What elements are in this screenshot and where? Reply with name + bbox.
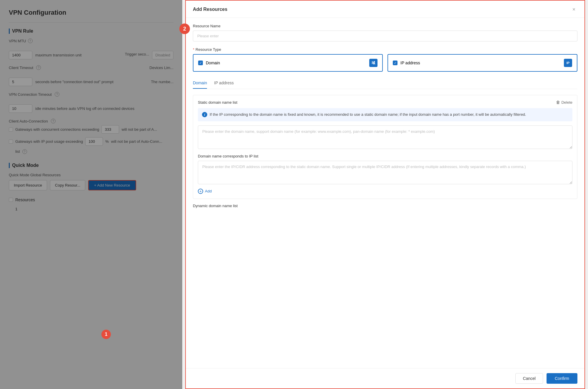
add-link[interactable]: + Add [198,189,572,194]
ip-checkbox[interactable]: ✓ [393,61,397,65]
cancel-button[interactable]: Cancel [515,373,543,384]
modal: Add Resources × Resource Name * Resource… [185,0,585,389]
domain-type-card[interactable]: ✓ Domain 域 [193,54,383,72]
delete-button[interactable]: 🗑 Delete [556,100,572,105]
modal-footer: Cancel Confirm [186,368,584,388]
step-1-badge: 1 [101,330,111,339]
ip-type-left: ✓ IP address [393,61,420,65]
modal-title: Add Resources [193,7,227,12]
tabs-row: Domain IP address [193,78,577,89]
modal-body: Resource Name * Resource Type ✓ Domain 域 [186,18,584,368]
static-domain-header: Static domain name list 🗑 Delete [198,100,572,105]
domain-type-icon: 域 [369,59,377,67]
ip-input[interactable] [198,161,572,184]
resource-name-input[interactable] [193,31,577,41]
info-box: i If the IP corresponding to the domain … [198,108,572,121]
required-star: * [193,47,194,52]
static-domain-title: Static domain name list [198,100,237,105]
add-circle-icon: + [198,189,203,194]
static-domain-section: Static domain name list 🗑 Delete i If th… [193,95,577,199]
resource-type-group: * Resource Type ✓ Domain 域 ✓ IP address [193,47,577,72]
add-label: Add [205,189,212,193]
resource-type-row: ✓ Domain 域 ✓ IP address IP [193,54,577,72]
tab-domain[interactable]: Domain [193,78,207,89]
resource-type-label: * Resource Type [193,47,577,52]
ip-type-card[interactable]: ✓ IP address IP [387,54,577,72]
domain-checkbox[interactable]: ✓ [198,61,203,65]
overlay [0,0,182,389]
domain-type-left: ✓ Domain [198,61,220,65]
ip-type-icon: IP [564,59,572,67]
delete-label: Delete [561,100,572,105]
ip-type-label: IP address [400,61,420,65]
confirm-button[interactable]: Confirm [547,373,577,384]
info-icon: i [202,112,207,117]
info-text: If the IP corresponding to the domain na… [210,112,526,118]
dynamic-domain-title: Dynamic domain name list [193,204,577,208]
close-button[interactable]: × [570,6,577,13]
ip-list-label: Domain name corresponds to IP list [198,154,572,158]
domain-type-label: Domain [206,61,220,65]
modal-header: Add Resources × [186,1,584,18]
delete-icon: 🗑 [556,100,560,105]
resource-name-label: Resource Name [193,24,577,28]
step-2-badge: 2 [179,24,190,34]
resource-name-group: Resource Name [193,24,577,41]
tab-ip-address[interactable]: IP address [214,78,234,89]
domain-input[interactable] [198,125,572,149]
